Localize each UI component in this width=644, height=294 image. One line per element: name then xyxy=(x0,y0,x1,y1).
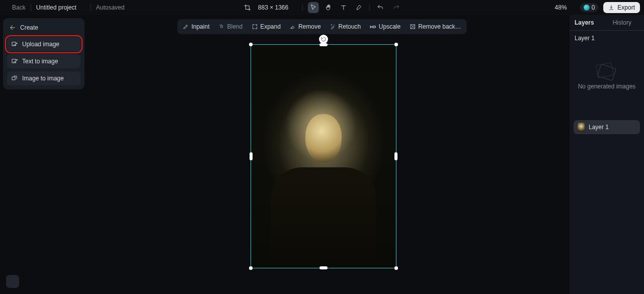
export-label: Export xyxy=(617,4,635,11)
redo-icon xyxy=(393,4,400,11)
resize-handle-b[interactable] xyxy=(319,266,328,269)
back-label: Back xyxy=(12,4,26,11)
create-panel-title: Create xyxy=(7,22,80,34)
resize-handle-t[interactable] xyxy=(319,43,328,46)
inpaint-label: Inpaint xyxy=(191,23,209,30)
hand-icon xyxy=(325,4,332,11)
upload-image-icon xyxy=(11,41,18,48)
history-toggle[interactable]: History xyxy=(613,19,639,26)
divider xyxy=(369,4,370,11)
layers-title: Layers xyxy=(575,19,594,26)
text-icon xyxy=(340,4,347,11)
remove-bg-icon xyxy=(410,24,416,30)
portrait-body xyxy=(271,167,376,268)
top-right-group: 48% 0 Export xyxy=(555,2,640,13)
history-label: History xyxy=(613,19,631,26)
resize-handle-bl[interactable] xyxy=(249,266,253,270)
text-to-image-button[interactable]: Text to image xyxy=(7,54,80,68)
retouch-label: Retouch xyxy=(339,23,361,30)
expand-icon xyxy=(252,24,258,30)
resize-handle-br[interactable] xyxy=(394,266,398,270)
tool-group xyxy=(308,2,364,13)
crop-icon xyxy=(244,4,251,11)
resize-handle-tl[interactable] xyxy=(249,43,253,46)
inpaint-icon xyxy=(183,24,189,30)
help-button[interactable] xyxy=(6,275,19,288)
help-icon xyxy=(9,278,16,285)
selected-layer-name: Layer 1 xyxy=(570,31,644,46)
selected-image-bounds[interactable] xyxy=(251,44,396,268)
image-to-image-icon xyxy=(11,75,18,82)
resize-handle-tr[interactable] xyxy=(394,43,398,46)
divider xyxy=(31,4,31,11)
svg-point-0 xyxy=(10,279,16,284)
chevron-down-icon xyxy=(569,5,575,11)
zoom-label: 48% xyxy=(555,4,567,11)
remove-background-label: Remove back… xyxy=(418,23,461,30)
upload-image-label: Upload image xyxy=(22,41,59,48)
retouch-icon xyxy=(330,24,336,30)
remove-label: Remove xyxy=(298,23,321,30)
chevron-left-icon xyxy=(4,5,10,11)
undo-icon xyxy=(377,4,384,11)
hd-icon: HD xyxy=(370,25,376,29)
rotate-icon xyxy=(320,36,327,42)
credits-value: 0 xyxy=(592,4,595,11)
back-button[interactable]: Back xyxy=(4,4,26,11)
divider xyxy=(302,4,303,11)
layer-row[interactable]: Layer 1 xyxy=(574,120,640,134)
arrow-left-icon xyxy=(9,24,16,31)
crop-button[interactable] xyxy=(242,2,253,13)
dimensions-dropdown[interactable]: 883 × 1366 xyxy=(258,4,297,11)
download-icon xyxy=(608,5,614,11)
divider xyxy=(91,4,91,11)
top-center-group: 883 × 1366 xyxy=(242,2,402,13)
credits-pill[interactable]: 0 xyxy=(580,3,599,12)
project-name-dropdown[interactable]: Untitled project xyxy=(36,4,86,11)
text-to-image-label: Text to image xyxy=(22,58,58,65)
canvas[interactable] xyxy=(80,31,569,294)
project-name-label: Untitled project xyxy=(36,4,76,11)
resize-handle-r[interactable] xyxy=(394,152,397,160)
rotate-handle[interactable] xyxy=(319,35,328,44)
create-panel: Create Upload image Text to image Image … xyxy=(3,18,85,89)
zoom-dropdown[interactable]: 48% xyxy=(555,4,575,11)
layer-thumbnail xyxy=(578,123,585,132)
canvas-image[interactable] xyxy=(251,45,396,268)
autosave-status: Autosaved xyxy=(96,4,125,11)
undo-button[interactable] xyxy=(375,2,386,13)
layers-panel-header: Layers History xyxy=(570,15,644,31)
chevron-down-icon xyxy=(291,5,297,11)
dimensions-label: 883 × 1366 xyxy=(258,4,288,11)
brush-tool-button[interactable] xyxy=(353,2,364,13)
export-button[interactable]: Export xyxy=(603,2,640,13)
chevron-down-icon xyxy=(79,5,86,11)
top-bar: Back Untitled project Autosaved 883 × 13… xyxy=(0,0,644,15)
chevron-up-icon xyxy=(633,20,639,26)
hand-tool-button[interactable] xyxy=(323,2,334,13)
image-to-image-button[interactable]: Image to image xyxy=(7,71,80,85)
cursor-icon xyxy=(310,4,317,11)
expand-label: Expand xyxy=(260,23,281,30)
empty-generated-state: No generated images xyxy=(570,46,644,100)
portrait-face xyxy=(305,114,342,162)
create-panel-label: Create xyxy=(20,24,38,31)
empty-state-icon xyxy=(597,64,616,81)
brush-icon xyxy=(355,4,362,11)
eraser-icon xyxy=(290,24,296,30)
upscale-label: Upscale xyxy=(379,23,400,30)
text-tool-button[interactable] xyxy=(338,2,349,13)
image-to-image-label: Image to image xyxy=(22,75,64,82)
layer-row-label: Layer 1 xyxy=(589,124,609,131)
blend-icon xyxy=(218,24,224,30)
top-left-group: Back Untitled project Autosaved xyxy=(4,4,124,11)
blend-label: Blend xyxy=(227,23,243,30)
redo-button[interactable] xyxy=(391,2,402,13)
empty-state-label: No generated images xyxy=(578,83,636,90)
upload-image-button[interactable]: Upload image xyxy=(7,37,80,51)
select-tool-button[interactable] xyxy=(308,2,319,13)
text-to-image-icon xyxy=(11,58,18,65)
layers-panel: Layers History Layer 1 No generated imag… xyxy=(569,15,644,294)
credit-icon xyxy=(584,5,590,11)
resize-handle-l[interactable] xyxy=(250,152,253,160)
